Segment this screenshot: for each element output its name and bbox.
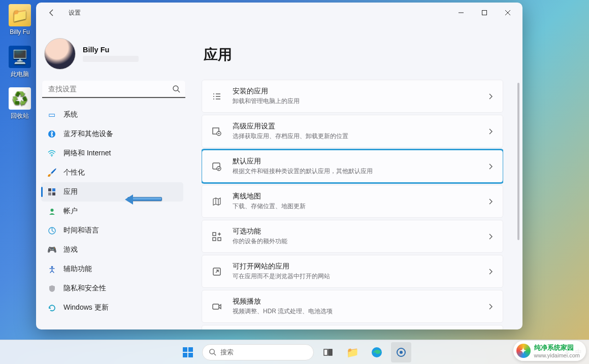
svg-rect-26	[324, 349, 328, 355]
svg-point-13	[218, 133, 220, 134]
svg-rect-18	[218, 238, 221, 241]
sidebar-item-accounts[interactable]: 帐户	[41, 202, 183, 221]
taskbar-search-placeholder: 搜索	[220, 348, 234, 357]
chevron-right-icon	[487, 234, 494, 240]
card-apps-for-websites[interactable]: 可打开网站的应用 可在应用而不是浏览器中打开的网站	[202, 255, 503, 288]
monitor-icon: 🖥️	[9, 46, 31, 68]
folder-icon: 📁	[346, 346, 359, 358]
sidebar-item-label: 帐户	[63, 207, 78, 216]
sidebar-item-label: 隐私和安全性	[63, 284, 106, 293]
globe-clock-icon	[47, 226, 56, 235]
card-title: 可选功能	[233, 227, 477, 236]
sidebar-item-privacy[interactable]: 隐私和安全性	[41, 279, 183, 298]
minimize-button[interactable]	[449, 5, 473, 21]
svg-rect-7	[52, 192, 55, 195]
sidebar-item-system[interactable]: ▭ 系统	[41, 105, 183, 124]
sidebar-item-label: Windows 更新	[63, 303, 109, 312]
open-external-icon	[211, 266, 222, 277]
card-title: 默认应用	[233, 157, 477, 166]
sidebar-item-gaming[interactable]: 🎮 游戏	[41, 240, 183, 259]
sidebar-item-label: 应用	[63, 187, 78, 196]
sidebar-item-label: 游戏	[63, 245, 78, 254]
taskbar-search[interactable]: 搜索	[202, 344, 314, 360]
sidebar-item-accessibility[interactable]: 辅助功能	[41, 259, 183, 279]
svg-rect-16	[213, 233, 216, 236]
maximize-icon	[482, 10, 487, 15]
grid-plus-icon	[211, 231, 222, 242]
watermark-brand: 纯净系统家园	[534, 343, 580, 352]
paintbrush-icon: 🖌️	[47, 168, 56, 177]
card-startup[interactable]: 启动	[202, 325, 503, 329]
back-button[interactable]	[44, 5, 59, 20]
sidebar-item-label: 个性化	[63, 168, 85, 177]
sidebar-item-apps[interactable]: 应用	[41, 182, 183, 202]
svg-rect-5	[52, 188, 55, 191]
app-settings-icon	[211, 126, 222, 137]
person-icon	[47, 207, 56, 216]
search-wrap	[42, 81, 185, 98]
chevron-right-icon	[487, 128, 494, 135]
card-sub: 选择获取应用、存档应用、卸载更新的位置	[233, 132, 477, 141]
svg-point-8	[50, 209, 53, 212]
watermark-logo-icon: ✦	[516, 344, 531, 358]
list-icon	[211, 91, 222, 102]
chevron-right-icon	[487, 198, 494, 205]
card-installed-apps[interactable]: 安装的应用 卸载和管理电脑上的应用	[202, 80, 503, 113]
svg-rect-6	[48, 192, 51, 195]
card-sub: 卸载和管理电脑上的应用	[233, 97, 477, 106]
svg-rect-23	[183, 353, 187, 357]
taskbar-edge[interactable]	[367, 342, 387, 362]
svg-point-25	[210, 349, 214, 354]
sidebar-item-bluetooth[interactable]: 蓝牙和其他设备	[41, 124, 183, 144]
sidebar-item-network[interactable]: 网络和 Internet	[41, 144, 183, 163]
close-button[interactable]	[496, 5, 519, 21]
svg-rect-21	[183, 347, 187, 352]
desktop-icon-this-pc[interactable]: 🖥️ 此电脑	[2, 46, 38, 79]
scrollbar-thumb[interactable]	[517, 83, 519, 240]
sidebar-item-windows-update[interactable]: Windows 更新	[41, 298, 183, 317]
desktop-icon-recycle-bin[interactable]: ♻️ 回收站	[2, 87, 38, 120]
chevron-right-icon	[487, 163, 494, 170]
start-button[interactable]	[178, 342, 198, 362]
edge-icon	[371, 347, 382, 358]
search-icon[interactable]	[172, 85, 180, 93]
desktop-icon-label: Billy Fu	[2, 28, 38, 36]
card-default-apps[interactable]: 默认应用 根据文件和链接种类设置的默认应用，其他默认应用	[202, 150, 503, 183]
profile-sub-redacted	[83, 56, 139, 62]
card-video-playback[interactable]: 视频播放 视频调整、HDR 流式处理、电池选项	[202, 290, 503, 323]
svg-point-3	[51, 156, 52, 157]
map-icon	[211, 196, 222, 207]
card-title: 视频播放	[233, 297, 477, 306]
gear-icon	[396, 347, 407, 358]
window-title: 设置	[69, 9, 81, 17]
default-app-icon	[211, 161, 222, 172]
scrollbar[interactable]	[516, 32, 520, 329]
profile-block[interactable]: Billy Fu	[41, 28, 186, 79]
card-sub: 可在应用而不是浏览器中打开的网站	[233, 272, 477, 281]
sidebar-item-personalization[interactable]: 🖌️ 个性化	[41, 163, 183, 182]
card-optional-features[interactable]: 可选功能 你的设备的额外功能	[202, 220, 503, 253]
sidebar-item-label: 系统	[63, 110, 78, 119]
svg-rect-17	[213, 238, 216, 241]
gamepad-icon: 🎮	[47, 245, 56, 254]
card-advanced-app-settings[interactable]: 高级应用设置 选择获取应用、存档应用、卸载更新的位置	[202, 115, 503, 148]
card-offline-maps[interactable]: 离线地图 下载、存储位置、地图更新	[202, 185, 503, 218]
taskbar-settings[interactable]	[391, 342, 411, 362]
svg-point-1	[173, 86, 178, 91]
profile-name: Billy Fu	[83, 46, 139, 54]
close-icon	[505, 10, 510, 15]
sidebar-item-label: 辅助功能	[63, 264, 92, 274]
chevron-right-icon	[487, 304, 494, 310]
search-input[interactable]	[42, 81, 185, 98]
arrow-left-icon	[48, 9, 56, 17]
task-view-button[interactable]	[318, 342, 338, 362]
sidebar-item-label: 网络和 Internet	[63, 149, 111, 158]
taskbar-explorer[interactable]: 📁	[342, 342, 363, 362]
svg-rect-4	[48, 188, 51, 191]
nav-list: ▭ 系统 蓝牙和其他设备 网络和 Internet 🖌️	[41, 105, 186, 329]
sidebar-item-time-language[interactable]: 时间和语言	[41, 221, 183, 240]
card-sub: 视频调整、HDR 流式处理、电池选项	[233, 307, 477, 316]
desktop-icon-user-folder[interactable]: 📁 Billy Fu	[2, 4, 38, 36]
svg-rect-20	[213, 304, 219, 309]
maximize-button[interactable]	[473, 5, 496, 21]
